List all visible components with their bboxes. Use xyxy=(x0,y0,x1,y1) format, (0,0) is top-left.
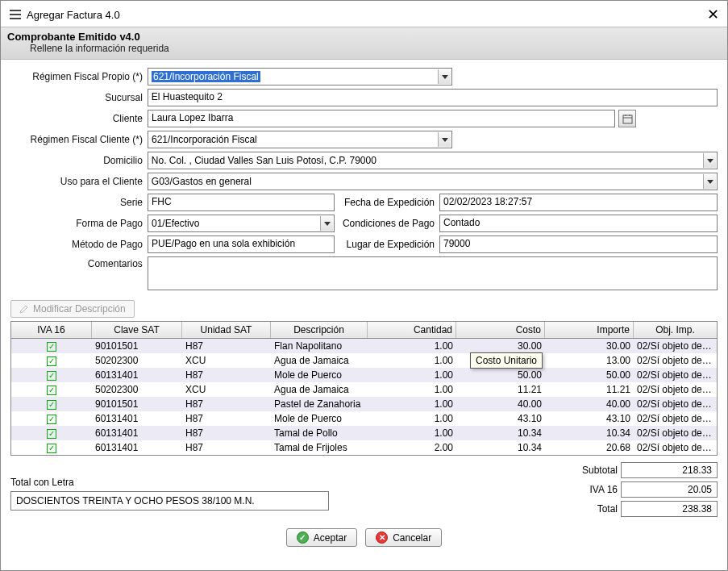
fecha-exp-input[interactable]: 02/02/2023 18:27:57 xyxy=(439,194,718,211)
svg-rect-0 xyxy=(10,10,21,11)
cell-costo: 50.00 xyxy=(456,369,545,381)
cell-importe: 40.00 xyxy=(545,398,634,410)
cell-clave-sat: 90101501 xyxy=(92,340,182,352)
cell-costo: 30.00 xyxy=(456,340,545,352)
cond-pago-input[interactable]: Contado xyxy=(439,215,718,232)
svg-rect-2 xyxy=(10,18,21,19)
label-fecha-exp: Fecha de Expedición xyxy=(335,197,439,208)
cell-descripcion: Mole de Puerco xyxy=(271,369,368,381)
cell-obj-imp: 02/Sí objeto de im... xyxy=(634,398,717,410)
col-costo[interactable]: Costo xyxy=(456,322,545,338)
iva-checkbox[interactable]: ✓ xyxy=(47,371,56,381)
cancelar-button[interactable]: ✕ Cancelar xyxy=(365,528,442,547)
cell-importe: 50.00 xyxy=(545,369,634,381)
cell-costo: 11.21 xyxy=(456,384,545,395)
domicilio-select[interactable]: No. Col. , Ciudad Valles San Luis Potosí… xyxy=(148,152,718,169)
calendar-icon xyxy=(622,114,633,124)
cell-unidad-sat: H87 xyxy=(182,442,271,453)
cell-descripcion: Agua de Jamaica xyxy=(271,355,368,366)
cell-importe: 20.68 xyxy=(545,442,634,453)
iva-checkbox[interactable]: ✓ xyxy=(47,342,56,352)
table-header: IVA 16 Clave SAT Unidad SAT Descripción … xyxy=(11,322,717,339)
table-row[interactable]: ✓60131401H87Tamal de Pollo1.0010.3410.34… xyxy=(11,426,717,440)
costo-tooltip: Costo Unitario xyxy=(470,352,543,369)
cell-descripcion: Tamal de Pollo xyxy=(271,427,368,439)
label-serie: Serie xyxy=(10,197,148,208)
sucursal-input[interactable]: El Huastequito 2 xyxy=(148,89,718,106)
table-row[interactable]: ✓50202300XCUAgua de Jamaica1.0013.0002/S… xyxy=(11,353,717,368)
cell-unidad-sat: XCU xyxy=(182,384,271,395)
cell-clave-sat: 60131401 xyxy=(92,369,182,381)
regimen-cliente-select[interactable]: 621/Incorporación Fiscal xyxy=(148,131,452,148)
uso-cliente-select[interactable]: G03/Gastos en general xyxy=(148,173,718,190)
col-iva[interactable]: IVA 16 xyxy=(11,322,92,338)
col-descripcion[interactable]: Descripción xyxy=(271,322,368,338)
chevron-down-icon[interactable] xyxy=(703,174,716,189)
page-title: Comprobante Emitido v4.0 xyxy=(7,31,721,43)
window-title: Agregar Factura 4.0 xyxy=(27,9,120,21)
cell-obj-imp: 02/Sí objeto de im... xyxy=(634,427,717,439)
chevron-down-icon[interactable] xyxy=(703,153,716,168)
iva-checkbox[interactable]: ✓ xyxy=(47,356,56,366)
col-importe[interactable]: Importe xyxy=(545,322,634,338)
table-row[interactable]: ✓90101501H87Pastel de Zanahoria1.0040.00… xyxy=(11,397,717,411)
table-row[interactable]: ✓50202300XCUAgua de Jamaica1.0011.2111.2… xyxy=(11,382,717,397)
cell-clave-sat: 50202300 xyxy=(92,384,182,395)
cell-unidad-sat: H87 xyxy=(182,340,271,352)
label-regimen-cliente: Régimen Fiscal Cliente (*) xyxy=(10,134,148,145)
cell-descripcion: Agua de Jamaica xyxy=(271,384,368,395)
col-cantidad[interactable]: Cantidad xyxy=(368,322,456,338)
table-row[interactable]: ✓60131401H87Mole de Puerco1.0043.1043.10… xyxy=(11,411,717,426)
table-row[interactable]: ✓90101501H87Flan Napolitano1.0030.0030.0… xyxy=(11,339,717,353)
table-row[interactable]: ✓60131401H87Mole de Puerco1.0050.0050.00… xyxy=(11,368,717,382)
cell-descripcion: Flan Napolitano xyxy=(271,340,368,352)
total-letra-value: DOSCIENTOS TREINTA Y OCHO PESOS 38/100 M… xyxy=(10,491,329,511)
cell-costo: 40.00 xyxy=(456,398,545,410)
col-obj-imp[interactable]: Obj. Imp. xyxy=(634,322,717,338)
pencil-icon xyxy=(19,304,29,314)
label-cliente: Cliente xyxy=(10,113,148,124)
cell-cantidad: 1.00 xyxy=(368,384,456,395)
cell-obj-imp: 02/Sí objeto de im... xyxy=(634,413,717,424)
modificar-descripcion-button[interactable]: Modificar Descripción xyxy=(10,300,135,318)
total-value: 238.38 xyxy=(621,501,718,517)
cell-unidad-sat: H87 xyxy=(182,427,271,439)
cell-importe: 11.21 xyxy=(545,384,634,395)
chevron-down-icon[interactable] xyxy=(438,132,451,147)
aceptar-button[interactable]: ✓ Aceptar xyxy=(286,528,357,547)
label-total: Total xyxy=(545,503,618,515)
cell-unidad-sat: H87 xyxy=(182,413,271,424)
cell-obj-imp: 02/Sí objeto de im... xyxy=(634,384,717,395)
iva-checkbox[interactable]: ✓ xyxy=(47,400,56,410)
lugar-exp-input[interactable]: 79000 xyxy=(439,235,718,253)
chevron-down-icon[interactable] xyxy=(320,216,333,231)
label-total-letra: Total con Letra xyxy=(10,477,427,488)
iva-checkbox[interactable]: ✓ xyxy=(47,444,56,453)
app-icon xyxy=(9,8,22,21)
regimen-propio-select[interactable]: 621/Incorporación Fiscal xyxy=(148,68,452,85)
iva16-value: 20.05 xyxy=(621,481,718,498)
label-iva16: IVA 16 xyxy=(545,484,618,495)
iva-checkbox[interactable]: ✓ xyxy=(47,429,56,439)
cliente-lookup-button[interactable] xyxy=(618,110,636,127)
forma-pago-select[interactable]: 01/Efectivo xyxy=(148,215,335,232)
label-subtotal: Subtotal xyxy=(545,465,618,476)
serie-input[interactable]: FHC xyxy=(148,194,335,211)
cliente-input[interactable]: Laura Lopez Ibarra xyxy=(148,110,615,127)
chevron-down-icon[interactable] xyxy=(438,69,451,84)
col-unidad-sat[interactable]: Unidad SAT xyxy=(182,322,271,338)
cell-unidad-sat: H87 xyxy=(182,369,271,381)
comentarios-textarea[interactable] xyxy=(148,256,718,290)
cell-unidad-sat: H87 xyxy=(182,398,271,410)
cell-descripcion: Tamal de Frijoles xyxy=(271,442,368,453)
close-icon[interactable]: ✕ xyxy=(707,6,719,23)
page-subtitle: Rellene la información requerida xyxy=(7,43,721,54)
col-clave-sat[interactable]: Clave SAT xyxy=(92,322,182,338)
label-cond-pago: Condiciones de Pago xyxy=(335,218,439,229)
table-row[interactable]: ✓60131401H87Tamal de Frijoles2.0010.3420… xyxy=(11,440,717,455)
metodo-pago-input[interactable]: PUE/Pago en una sola exhibición xyxy=(148,235,335,253)
cell-cantidad: 2.00 xyxy=(368,442,456,453)
iva-checkbox[interactable]: ✓ xyxy=(47,386,56,395)
cell-cantidad: 1.00 xyxy=(368,369,456,381)
iva-checkbox[interactable]: ✓ xyxy=(47,415,56,424)
